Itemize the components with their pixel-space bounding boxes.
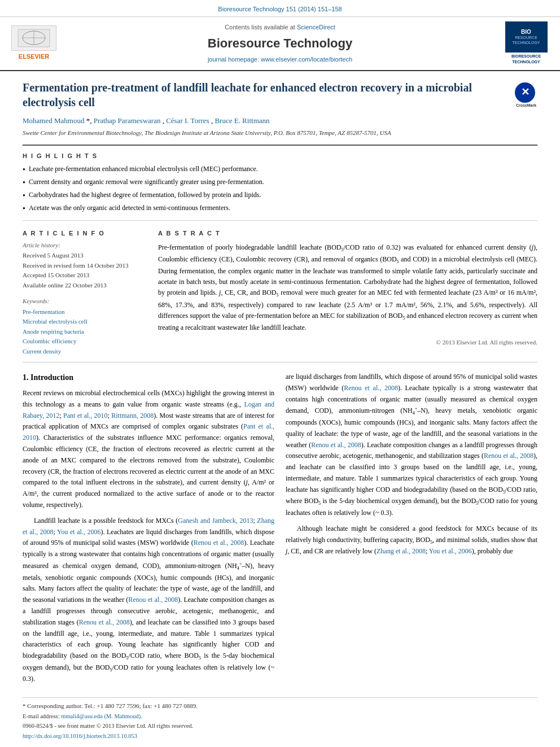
body-text-right: are liquid discharges from landfills, wh… [286, 372, 537, 557]
bullet-1: • [23, 164, 25, 176]
body-right: are liquid discharges from landfills, wh… [286, 372, 537, 689]
elsevier-logo-box [11, 25, 56, 51]
bullet-4: • [23, 203, 25, 215]
bullet-2: • [23, 177, 25, 189]
ref-renou-2008a: Renou et al., 2008 [194, 539, 244, 547]
divider-before-body [23, 362, 537, 362]
footnote-section: * Corresponding author. Tel.: +1 480 727… [23, 697, 537, 741]
keyword-1: Pre-fermentation [23, 307, 147, 317]
author-3: César I. Torres [166, 116, 209, 125]
right-col: A B S T R A C T Pre-fermentation of poor… [158, 229, 537, 356]
article-title-block: Fermentation pre-treatment of landfill l… [23, 80, 537, 110]
crossmark-circle: ✕ [515, 82, 535, 103]
highlight-text-3: Carbohydrates had the highest degree of … [29, 190, 261, 200]
ref-renou-2008c: Renou et al., 2008 [79, 618, 130, 626]
bullet-3: • [23, 190, 25, 202]
author-4: Bruce E. Rittmann [215, 116, 269, 125]
email-line: E-mail address: mmali4@asu.edu (M. Mahmo… [23, 712, 537, 721]
body-text-left: Recent reviews on microbial electrochemi… [23, 388, 274, 685]
journal-title-main: Bioresource Technology [56, 34, 504, 53]
highlight-item-2: • Current density and organic removal we… [23, 177, 537, 189]
body-para-right-1: are liquid discharges from landfills, wh… [286, 372, 537, 519]
keyword-5: Current density [23, 347, 147, 356]
keyword-2: Microbial electrolysis cell [23, 317, 147, 326]
accepted-date: Accepted 15 October 2013 [23, 270, 147, 280]
email-value: mmali4@asu.edu (M. Mahmoud). [61, 713, 142, 719]
abstract-label: A B S T R A C T [158, 229, 537, 239]
highlights-label: H I G H L I G H T S [23, 151, 537, 161]
body-section: 1. Introduction Recent reviews on microb… [23, 372, 537, 689]
revised-date: Received in revised form 14 October 2013 [23, 261, 147, 270]
keywords-label: Keywords: [23, 296, 147, 306]
ref-pant-2010b: Pant et al., 2010 [23, 422, 274, 442]
left-col: A R T I C L E I N F O Article history: R… [23, 229, 147, 356]
ref-renou-2008b: Renou et al., 2008 [128, 596, 178, 604]
available-date: Available online 22 October 2013 [23, 281, 147, 290]
highlight-text-2: Current density and organic removal were… [29, 177, 264, 187]
ref-renou-2008-r: Renou et al., 2008 [344, 384, 398, 392]
email-label: E-mail address: [23, 713, 60, 719]
author-2: Prathap Parameswaran [94, 116, 161, 125]
received-date: Received 5 August 2013 [23, 251, 147, 260]
article-title-text: Fermentation pre-treatment of landfill l… [23, 80, 515, 110]
highlights-section: H I G H L I G H T S • Leachate pre-ferme… [23, 151, 537, 215]
divider-after-highlights [23, 220, 537, 221]
authors: Mohamed Mahmoud *, Prathap Parameswaran … [23, 115, 537, 126]
ref-you-2006-r: You et al., 2006 [429, 547, 472, 555]
elsevier-name: ELSEVIER [19, 52, 49, 62]
two-col-section: A R T I C L E I N F O Article history: R… [23, 229, 537, 356]
history-label: Article history: [23, 241, 147, 250]
journal-homepage: journal homepage: www.elsevier.com/locat… [56, 55, 504, 64]
abstract-section: A B S T R A C T Pre-fermentation of poor… [158, 229, 537, 348]
keyword-4: Coulombic efficiency [23, 337, 147, 346]
body-para-right-2: Although leachate might be considered a … [286, 523, 537, 557]
doi-line: http://dx.doi.org/10.1016/j.biortech.201… [23, 732, 537, 741]
copyright-line: © 2013 Elsevier Ltd. All rights reserved… [158, 338, 537, 348]
ref-you-2006: You et al., 2006 [57, 528, 101, 536]
journal-logo-box: BIO RESOURCETECHNOLOGY [505, 21, 548, 53]
crossmark-label: CrossMark [515, 103, 537, 108]
highlight-text-4: Acetate was the only organic acid detect… [29, 203, 230, 213]
highlight-text-1: Leachate pre-fermentation enhanced micro… [29, 164, 258, 174]
highlight-item-3: • Carbohydrates had the highest degree o… [23, 190, 537, 202]
keyword-3: Anode respiring bacteria [23, 327, 147, 337]
journal-ref: Bioresource Technology 151 (2014) 151–15… [0, 5, 560, 14]
article-info-label: A R T I C L E I N F O [23, 229, 147, 238]
ref-renou-2008-r3: Renou et al., 2008 [484, 452, 533, 460]
article-info-section: A R T I C L E I N F O Article history: R… [23, 229, 147, 290]
body-left: 1. Introduction Recent reviews on microb… [23, 372, 274, 689]
highlight-item-4: • Acetate was the only organic acid dete… [23, 203, 537, 215]
journal-logo-title: BIORESOURCETECHNOLOGY [505, 54, 548, 65]
main-content: Fermentation pre-treatment of landfill l… [0, 71, 560, 748]
ref-zhang-2008-r: Zhang et al., 2008 [377, 547, 426, 555]
crossmark-icon: ✕ [521, 86, 530, 99]
divider-after-affiliation [23, 145, 537, 146]
ref-renou-2008-r2: Renou et al., 2008 [311, 441, 361, 449]
keywords-section: Keywords: Pre-fermentation Microbial ele… [23, 296, 147, 356]
elsevier-header: ELSEVIER Contents lists available at Sci… [0, 17, 560, 71]
issn-line: 0960-8524/$ - see front matter © 2013 El… [23, 722, 537, 731]
ref-ganesh-2013: Ganesh and Jambeck, 2013 [178, 517, 253, 525]
intro-para-2: Landfill leachate is a possible feedstoc… [23, 516, 274, 685]
abstract-text: Pre-fermentation of poorly biodegradable… [158, 242, 537, 334]
article-dates: Received 5 August 2013 Received in revis… [23, 251, 147, 290]
sciencedirect-link[interactable]: ScienceDirect [297, 24, 335, 30]
intro-title: 1. Introduction [23, 372, 274, 383]
intro-para-1: Recent reviews on microbial electrochemi… [23, 388, 274, 511]
contents-line: Contents lists available at ScienceDirec… [56, 23, 504, 32]
highlight-item-1: • Leachate pre-fermentation enhanced mic… [23, 164, 537, 176]
crossmark-badge: ✕ CrossMark [515, 82, 537, 105]
journal-logo-right: BIO RESOURCETECHNOLOGY BIORESOURCETECHNO… [504, 21, 549, 65]
header-center: Contents lists available at ScienceDirec… [56, 23, 504, 64]
journal-header: Bioresource Technology 151 (2014) 151–15… [0, 0, 560, 17]
ref-pant-2010: Pant et al., 2010 [63, 412, 108, 420]
ref-rittmann-2008: Rittmann, 2008 [111, 412, 154, 420]
corresponding-author: * Corresponding author. Tel.: +1 480 727… [23, 701, 537, 711]
affiliation: Swette Center for Environmental Biotechn… [23, 128, 537, 138]
journal-logo-inner: BIO RESOURCETECHNOLOGY [512, 28, 540, 45]
doi-link: http://dx.doi.org/10.1016/j.biortech.201… [23, 733, 137, 739]
elsevier-logo: ELSEVIER [11, 25, 56, 62]
author-1: Mohamed Mahmoud [23, 116, 84, 125]
